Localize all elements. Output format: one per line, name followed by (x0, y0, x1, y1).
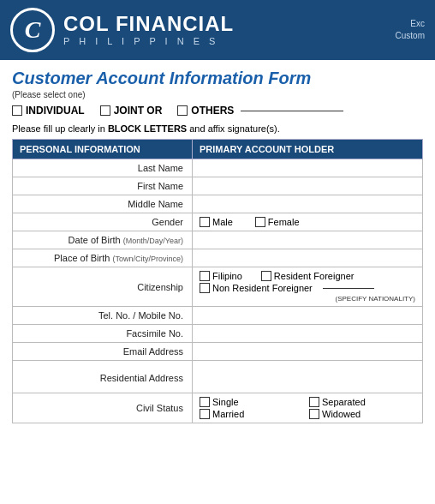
others-checkbox[interactable] (177, 105, 188, 116)
email-label: Email Address (13, 343, 193, 361)
gender-male[interactable]: Male (200, 217, 233, 227)
table-header-row: PERSONAL INFORMATION PRIMARY ACCOUNT HOL… (13, 140, 423, 159)
filipino-checkbox[interactable] (200, 271, 210, 281)
main-content: Customer Account Information Form (Pleas… (0, 60, 435, 432)
table-row: Date of Birth (Month/Day/Year) (13, 231, 423, 249)
female-label: Female (268, 217, 300, 227)
form-title: Customer Account Information Form (12, 69, 423, 88)
married-label: Married (212, 409, 244, 419)
last-name-field[interactable] (193, 159, 423, 177)
last-name-label: Last Name (13, 159, 193, 177)
individual-label: INDIVIDUAL (26, 105, 85, 117)
address-label: Residential Address (13, 361, 193, 393)
table-row: Middle Name (13, 195, 423, 213)
col-header-personal-info: PERSONAL INFORMATION (13, 140, 193, 159)
female-checkbox[interactable] (255, 217, 265, 227)
individual-checkbox[interactable] (12, 105, 22, 116)
non-resident-foreigner-label: Non Resident Foreigner (212, 283, 313, 293)
filipino-label: Filipino (212, 271, 242, 281)
middle-name-field[interactable] (193, 195, 423, 213)
company-name: COL FINANCIAL (63, 14, 234, 34)
pob-field[interactable] (193, 249, 423, 267)
dob-label: Date of Birth (Month/Day/Year) (13, 231, 193, 249)
account-type-row: INDIVIDUAL JOINT OR OTHERS (12, 105, 423, 117)
civil-status-widowed[interactable]: Widowed (309, 409, 415, 419)
dob-field[interactable] (193, 231, 423, 249)
note-suffix: and affix signature(s). (187, 123, 280, 134)
citizenship-label: Citizenship (13, 267, 193, 307)
table-row: Citizenship Filipino Resident Foreigner (13, 267, 423, 307)
civil-status-separated[interactable]: Separated (309, 397, 415, 407)
personal-info-table: PERSONAL INFORMATION PRIMARY ACCOUNT HOL… (12, 139, 423, 423)
others-label: OTHERS (191, 105, 234, 117)
account-type-individual[interactable]: INDIVIDUAL (12, 105, 85, 117)
header: C COL FINANCIAL P H I L I P P I N E S Ex… (0, 0, 435, 60)
please-select-note: (Please select one) (12, 90, 423, 99)
single-label: Single (212, 397, 239, 407)
civil-status-single[interactable]: Single (200, 397, 306, 407)
gender-options: Male Female (193, 213, 423, 231)
citizenship-resident-foreigner[interactable]: Resident Foreigner (261, 271, 355, 281)
resident-foreigner-checkbox[interactable] (261, 271, 271, 281)
table-row: Place of Birth (Town/City/Province) (13, 249, 423, 267)
citizenship-options: Filipino Resident Foreigner Non Resident… (193, 267, 423, 307)
widowed-checkbox[interactable] (309, 409, 319, 419)
tel-label: Tel. No. / Mobile No. (13, 307, 193, 325)
account-type-others[interactable]: OTHERS (177, 105, 343, 117)
civil-status-married[interactable]: Married (200, 409, 306, 419)
civil-status-label: Civil Status (13, 393, 193, 423)
citizenship-non-resident-foreigner[interactable]: Non Resident Foreigner (200, 283, 313, 293)
header-right-text: Exc Custom (396, 18, 425, 42)
middle-name-label: Middle Name (13, 195, 193, 213)
table-row: First Name (13, 177, 423, 195)
table-row: Residential Address (13, 361, 423, 393)
single-checkbox[interactable] (200, 397, 210, 407)
others-input-line (241, 111, 343, 111)
first-name-field[interactable] (193, 177, 423, 195)
table-row: Civil Status Single Separated (13, 393, 423, 423)
note-bold: BLOCK LETTERS (108, 123, 187, 134)
pob-label: Place of Birth (Town/City/Province) (13, 249, 193, 267)
email-field[interactable] (193, 343, 423, 361)
tel-field[interactable] (193, 307, 423, 325)
gender-female[interactable]: Female (255, 217, 300, 227)
table-row: Gender Male Female (13, 213, 423, 231)
table-row: Last Name (13, 159, 423, 177)
block-letters-note: Please fill up clearly in BLOCK LETTERS … (12, 123, 423, 134)
non-resident-foreigner-checkbox[interactable] (200, 283, 210, 293)
logo-letter: C (25, 16, 41, 44)
joint-label: JOINT OR (114, 105, 163, 117)
table-row: Tel. No. / Mobile No. (13, 307, 423, 325)
table-row: Facsimile No. (13, 325, 423, 343)
table-row: Email Address (13, 343, 423, 361)
col-header-primary-holder: PRIMARY ACCOUNT HOLDER (193, 140, 423, 159)
country-name: P H I L I P P I N E S (63, 36, 234, 46)
gender-label: Gender (13, 213, 193, 231)
resident-foreigner-label: Resident Foreigner (274, 271, 355, 281)
company-name-block: COL FINANCIAL P H I L I P P I N E S (63, 14, 234, 46)
note-prefix: Please fill up clearly in (12, 123, 108, 134)
married-checkbox[interactable] (200, 409, 210, 419)
fax-label: Facsimile No. (13, 325, 193, 343)
fax-field[interactable] (193, 325, 423, 343)
address-field[interactable] (193, 361, 423, 393)
specify-nationality-line (323, 288, 374, 289)
logo-area: C COL FINANCIAL P H I L I P P I N E S (10, 8, 234, 52)
account-type-joint[interactable]: JOINT OR (100, 105, 163, 117)
male-label: Male (212, 217, 233, 227)
civil-status-options: Single Separated Married Widowed (193, 393, 423, 423)
widowed-label: Widowed (322, 409, 361, 419)
joint-checkbox[interactable] (100, 105, 110, 116)
separated-label: Separated (322, 397, 366, 407)
logo-circle: C (10, 8, 55, 52)
citizenship-filipino[interactable]: Filipino (200, 271, 242, 281)
male-checkbox[interactable] (200, 217, 210, 227)
first-name-label: First Name (13, 177, 193, 195)
specify-nationality-note: (SPECIFY NATIONALITY) (200, 295, 415, 303)
separated-checkbox[interactable] (309, 397, 319, 407)
